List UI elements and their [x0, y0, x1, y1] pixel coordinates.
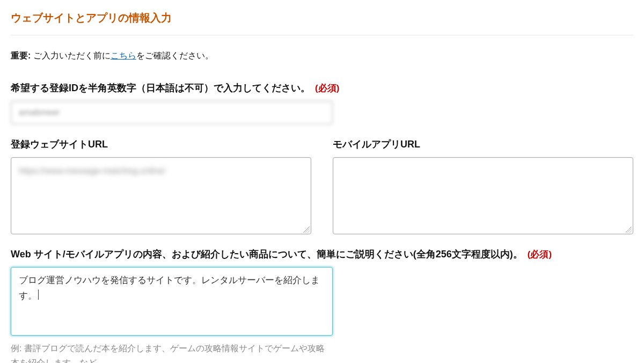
mobile-url-block: モバイルアプリURL: [333, 137, 633, 234]
description-textarea[interactable]: ブログ運営ノウハウを発信するサイトです。レンタルサーバーを紹介します。: [11, 267, 333, 336]
page-title: ウェブサイトとアプリの情報入力: [11, 11, 633, 35]
resize-handle-icon[interactable]: [625, 226, 632, 233]
description-label-text: Web サイト/モバイルアプリの内容、および紹介したい商品について、簡単にご説明…: [11, 249, 523, 260]
description-block: Web サイト/モバイルアプリの内容、および紹介したい商品について、簡単にご説明…: [11, 247, 633, 363]
mobile-url-textarea[interactable]: [333, 157, 633, 234]
important-notice: 重要: ご入力いただく前にこちらをご確認ください。: [11, 50, 633, 62]
registration-id-label-text: 希望する登録IDを半角英数字（日本語は不可）で入力してください。: [11, 83, 310, 93]
registration-id-label: 希望する登録IDを半角英数字（日本語は不可）で入力してください。 (必須): [11, 81, 633, 95]
important-label: 重要:: [11, 51, 31, 60]
resize-handle-icon[interactable]: [303, 226, 310, 233]
mobile-url-label: モバイルアプリURL: [333, 137, 633, 152]
registration-id-input[interactable]: [11, 101, 333, 124]
notice-text-before: ご入力いただく前に: [31, 51, 110, 60]
required-badge: (必須): [315, 83, 339, 93]
description-example: 例: 書評ブログで読んだ本を紹介します、ゲームの攻略情報サイトでゲームや攻略本を…: [11, 341, 333, 363]
description-label: Web サイト/モバイルアプリの内容、および紹介したい商品について、簡単にご説明…: [11, 247, 633, 262]
notice-text-after: をご確認ください。: [136, 51, 214, 60]
website-url-label: 登録ウェブサイトURL: [11, 137, 311, 152]
registration-id-block: 希望する登録IDを半角英数字（日本語は不可）で入力してください。 (必須): [11, 81, 633, 124]
website-url-textarea[interactable]: https://www.message-matching.online/: [11, 157, 311, 234]
required-badge: (必須): [528, 249, 552, 260]
notice-link[interactable]: こちら: [111, 51, 136, 60]
website-url-block: 登録ウェブサイトURL https://www.message-matching…: [11, 137, 311, 234]
website-url-value: https://www.message-matching.online/: [19, 166, 165, 175]
